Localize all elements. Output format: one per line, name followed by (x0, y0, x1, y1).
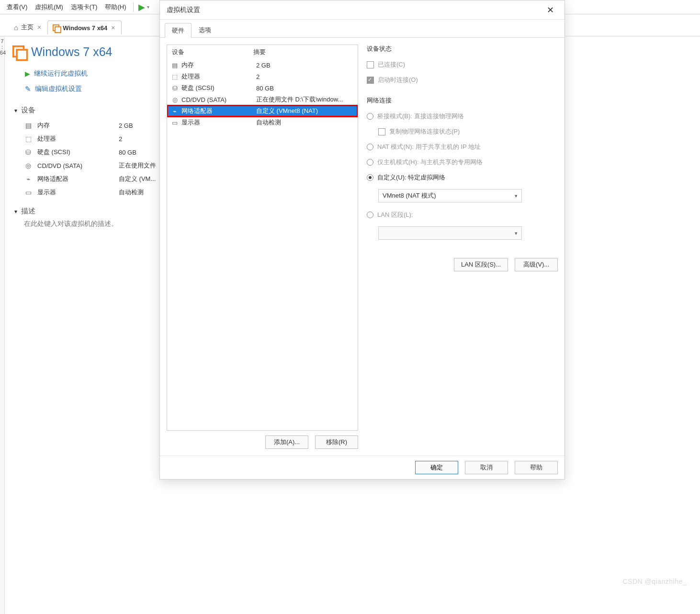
hardware-row-value: 自定义 (VMnet8 (NAT) (256, 107, 318, 115)
hardware-row-value: 2 GB (256, 62, 271, 69)
lan-segment-combo: ▾ (378, 226, 522, 240)
radio-icon (367, 212, 373, 218)
col-device: 设备 (172, 48, 253, 56)
network-title: 网络连接 (367, 96, 558, 105)
col-summary: 摘要 (253, 48, 266, 56)
custom-network-combo[interactable]: VMnet8 (NAT 模式) ▾ (378, 189, 522, 202)
device-value: 自动检测 (119, 188, 144, 197)
dialog-tab-hardware-label: 硬件 (172, 27, 184, 34)
hardware-detail-panel: 设备状态 已连接(C) 启动时连接(O) 网络连接 桥接模式(B): 直接连接物… (367, 45, 558, 449)
caret-down-icon: ▾ (14, 107, 17, 114)
tab-vm[interactable]: Windows 7 x64 × (47, 21, 121, 34)
device-value: 2 GB (119, 122, 133, 129)
radio-lan-label: LAN 区段(L): (377, 211, 413, 219)
menu-separator (133, 2, 134, 12)
device-icon (171, 73, 179, 80)
lan-segments-button[interactable]: LAN 区段(S)... (454, 258, 508, 271)
chevron-down-icon: ▾ (515, 230, 518, 236)
hardware-list-panel: 设备 摘要 内存2 GB处理器2硬盘 (SCSI)80 GBCD/DVD (SA… (167, 45, 358, 449)
hardware-row-label: CD/DVD (SATA) (181, 96, 253, 103)
vm-title-text: Windows 7 x64 (31, 45, 113, 59)
radio-selected-icon (367, 174, 373, 181)
hardware-row[interactable]: 显示器自动检测 (167, 117, 358, 128)
radio-icon (367, 159, 373, 166)
radio-custom[interactable]: 自定义(U): 特定虚拟网络 (367, 172, 558, 183)
device-icon (24, 162, 33, 169)
chk-connect-at-power-label: 启动时连接(O) (378, 76, 418, 84)
hardware-list-header: 设备 摘要 (167, 45, 358, 59)
device-icon (171, 119, 179, 126)
play-small-icon: ▶ (25, 70, 30, 78)
chevron-down-icon: ▾ (515, 193, 518, 199)
hardware-row-value: 正在使用文件 D:\下载\window... (256, 95, 343, 104)
device-value: 80 GB (119, 149, 136, 156)
advanced-button[interactable]: 高级(V)... (515, 258, 558, 271)
action-edit-label: 编辑虚拟机设置 (35, 85, 82, 93)
hardware-row-value: 自动检测 (256, 118, 281, 127)
radio-lan: LAN 区段(L): (367, 209, 558, 221)
menu-tabs[interactable]: 选项卡(T) (67, 1, 102, 13)
hardware-row[interactable]: 网络适配器自定义 (VMnet8 (NAT) (167, 105, 358, 117)
section-desc-label: 描述 (21, 207, 35, 216)
dialog-tab-options[interactable]: 选项 (192, 22, 218, 37)
hardware-row-label: 显示器 (181, 118, 253, 127)
menu-vm[interactable]: 虚拟机(M) (31, 1, 67, 13)
tab-vm-close-icon[interactable]: × (110, 24, 116, 32)
hardware-row-label: 内存 (181, 61, 253, 69)
add-hardware-button[interactable]: 添加(A)... (265, 435, 308, 449)
hardware-row[interactable]: 处理器2 (167, 71, 358, 82)
device-icon (171, 96, 179, 103)
remove-hardware-button[interactable]: 移除(R) (315, 435, 358, 449)
checkbox-checked-icon (367, 77, 374, 84)
radio-icon (367, 144, 373, 150)
device-icon (171, 62, 179, 69)
tab-home-label: 主页 (21, 23, 34, 32)
chk-replicate-label: 复制物理网络连接状态(P) (389, 127, 460, 136)
chk-connected-label: 已连接(C) (378, 60, 405, 69)
play-dropdown-icon[interactable]: ▾ (147, 4, 149, 10)
dialog-tab-hardware[interactable]: 硬件 (165, 23, 192, 38)
device-label: 显示器 (37, 188, 114, 197)
device-icon (24, 135, 33, 143)
hardware-list[interactable]: 设备 摘要 内存2 GB处理器2硬盘 (SCSI)80 GBCD/DVD (SA… (167, 45, 358, 431)
tab-home-close-icon[interactable]: × (36, 23, 42, 31)
device-icon (24, 175, 33, 183)
radio-hostonly-label: 仅主机模式(H): 与主机共享的专用网络 (377, 158, 483, 167)
help-button[interactable]: 帮助 (515, 461, 558, 474)
hardware-row[interactable]: CD/DVD (SATA)正在使用文件 D:\下载\window... (167, 94, 358, 105)
device-value: 正在使用文件 (119, 161, 156, 170)
caret-down-icon: ▾ (14, 208, 17, 215)
play-icon[interactable]: ▶ (136, 3, 147, 11)
device-icon (171, 108, 179, 115)
sidebar-hint: 7 : 64 (0, 36, 4, 57)
left-sidebar: 7 : 64 (0, 36, 5, 614)
dialog-title: 虚拟机设置 (167, 6, 200, 14)
device-label: 硬盘 (SCSI) (37, 148, 114, 156)
edit-icon: ✎ (25, 85, 31, 93)
radio-bridged: 桥接模式(B): 直接连接物理网络 (367, 111, 558, 122)
hardware-row-label: 处理器 (181, 72, 253, 81)
device-value: 自定义 (VM... (119, 175, 156, 183)
vm-icon (53, 24, 60, 32)
radio-custom-label: 自定义(U): 特定虚拟网络 (377, 173, 445, 182)
menu-help[interactable]: 帮助(H) (101, 1, 130, 13)
device-icon (24, 122, 33, 129)
device-value: 2 (119, 135, 122, 143)
menu-view[interactable]: 查看(V) (3, 1, 31, 13)
radio-nat: NAT 模式(N): 用于共享主机的 IP 地址 (367, 141, 558, 153)
hardware-row-label: 网络适配器 (181, 107, 253, 115)
hardware-row-label: 硬盘 (SCSI) (181, 84, 253, 92)
radio-icon (367, 113, 373, 120)
hardware-row[interactable]: 硬盘 (SCSI)80 GB (167, 82, 358, 94)
cancel-button[interactable]: 取消 (465, 461, 508, 474)
radio-nat-label: NAT 模式(N): 用于共享主机的 IP 地址 (377, 143, 481, 151)
checkbox-icon (367, 61, 374, 68)
tab-home[interactable]: ⌂ 主页 × (9, 20, 47, 34)
dialog-footer: 确定 取消 帮助 (160, 456, 565, 479)
dialog-close-icon[interactable]: ✕ (543, 4, 558, 16)
ok-button[interactable]: 确定 (415, 461, 458, 474)
section-devices-label: 设备 (21, 106, 35, 115)
hardware-row[interactable]: 内存2 GB (167, 59, 358, 71)
dialog-tab-options-label: 选项 (199, 26, 211, 33)
device-icon (24, 189, 33, 196)
